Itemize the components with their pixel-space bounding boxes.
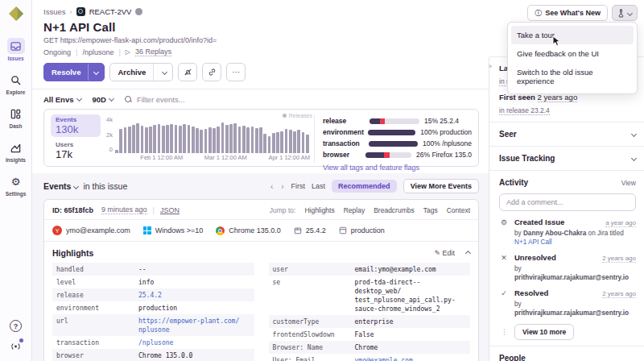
chart-bar[interactable] — [204, 129, 208, 153]
highlight-value[interactable]: https://empower-plant.com/ nplusone — [138, 317, 239, 334]
mute-button[interactable] — [178, 63, 197, 81]
filter-events-input[interactable]: Filter events... — [137, 95, 185, 104]
chart-bar[interactable] — [255, 128, 258, 153]
chart-bar[interactable] — [293, 131, 296, 154]
chart-bar[interactable] — [158, 124, 161, 153]
menu-item[interactable]: Switch to the old issue experience — [511, 63, 634, 90]
chart-bar[interactable] — [124, 127, 127, 153]
experience-menu-button[interactable] — [612, 5, 638, 21]
search-filter[interactable]: Filter events... — [125, 95, 185, 104]
chart-bar[interactable] — [276, 132, 279, 153]
view-all-tags-link[interactable]: View all tags and feature flags — [323, 164, 472, 172]
edit-highlights-button[interactable]: ✎ Edit — [434, 249, 455, 257]
jump-link-replay[interactable]: Replay — [344, 206, 365, 214]
chart-bar[interactable] — [208, 127, 212, 153]
whats-new-button[interactable]: ⓘ See What's New — [527, 5, 608, 21]
events-dropdown[interactable]: Events — [43, 181, 71, 191]
sidebar-item-dash[interactable]: Dash — [7, 106, 25, 129]
chart-bar[interactable] — [217, 127, 220, 153]
first-seen-release[interactable]: in release 23.2.4 — [499, 106, 550, 115]
jump-link-highlights[interactable]: Highlights — [304, 206, 334, 214]
chart-bar[interactable] — [221, 122, 225, 154]
chart-bar[interactable] — [115, 150, 118, 153]
chart-bar[interactable] — [149, 127, 152, 153]
chart-bar[interactable] — [188, 125, 191, 153]
chart-bar[interactable] — [289, 130, 292, 153]
comment-input[interactable]: Add a comment... — [499, 193, 636, 211]
jump-link-breadcrumbs[interactable]: Breadcrumbs — [374, 206, 415, 214]
chart-bar[interactable] — [246, 127, 250, 153]
recommended-toggle[interactable]: Recommended — [332, 180, 397, 193]
replays-link[interactable]: 36 Replays — [135, 48, 171, 56]
events-stat[interactable]: Events 130k — [51, 114, 101, 137]
chart-bar[interactable] — [132, 125, 135, 153]
chart-bar[interactable] — [196, 128, 199, 153]
breadcrumb-project[interactable]: REACT-2VV — [89, 7, 132, 16]
archive-dropdown[interactable] — [153, 64, 172, 81]
menu-item[interactable]: Give feedback on the UI — [511, 44, 634, 63]
view-more-activity-button[interactable]: View 10 more — [514, 324, 574, 340]
last-event-button[interactable]: Last — [312, 182, 325, 190]
menu-item[interactable]: Take a tour — [511, 26, 634, 44]
chart-bar[interactable] — [128, 127, 131, 153]
chart-bar[interactable] — [272, 133, 275, 153]
chart-bar[interactable] — [259, 127, 262, 153]
chart-bar[interactable] — [229, 124, 233, 153]
sidebar-item-explore[interactable]: Explore — [6, 72, 26, 95]
tag-row[interactable]: browser26% Firefox 135.0 — [323, 150, 472, 160]
chart-bar[interactable] — [166, 125, 169, 153]
highlight-value[interactable]: ymo@example.com — [355, 356, 413, 361]
chart-bar[interactable] — [145, 127, 148, 153]
highlight-value[interactable]: /nplusone — [138, 338, 173, 347]
archive-button[interactable]: Archive — [109, 63, 173, 81]
event-time[interactable]: 9 minutes ago — [101, 205, 147, 214]
os-chip[interactable]: Windows >=10 — [143, 226, 204, 234]
chart-bar[interactable] — [162, 126, 165, 153]
date-range-filter[interactable]: 90D — [93, 95, 114, 104]
json-link[interactable]: JSON — [160, 206, 180, 214]
activity-issue-link[interactable]: N+1 API Call — [514, 239, 552, 246]
jump-link-tags[interactable]: Tags — [423, 206, 438, 214]
chart-bar[interactable] — [141, 126, 144, 153]
sidebar-item-issues[interactable]: Issues — [7, 38, 25, 61]
chart-bar[interactable] — [268, 136, 271, 153]
prev-event-button[interactable]: ‹ — [270, 182, 274, 191]
chart-bar[interactable] — [136, 123, 139, 153]
sidebar-item-insights[interactable]: Insights — [6, 139, 26, 163]
chart-bar[interactable] — [225, 125, 229, 153]
chart-bar[interactable] — [238, 127, 242, 153]
chart-bar[interactable] — [170, 124, 173, 153]
breadcrumb-issues[interactable]: Issues — [43, 7, 65, 16]
broadcast-icon[interactable] — [10, 340, 22, 355]
view-more-events-button[interactable]: View More Events — [403, 179, 479, 193]
link-button[interactable] — [202, 63, 221, 81]
tag-row[interactable]: release15% 25.2.4 — [323, 116, 472, 126]
chart-bar[interactable] — [175, 125, 178, 153]
chart-bar[interactable] — [233, 123, 237, 153]
chart-bar[interactable] — [302, 132, 305, 153]
resolve-dropdown[interactable] — [88, 64, 104, 81]
chart-bar[interactable] — [192, 127, 195, 153]
next-event-button[interactable]: › — [280, 182, 284, 191]
collapse-highlights-icon[interactable] — [465, 250, 471, 255]
resolve-button[interactable]: Resolve — [43, 63, 105, 81]
chart-bar[interactable] — [242, 126, 246, 153]
first-event-button[interactable]: First — [291, 182, 306, 190]
sidebar-item-settings[interactable]: ⚙ Settings — [6, 173, 27, 197]
chart-bar[interactable] — [153, 125, 156, 153]
jump-link-context[interactable]: Context — [447, 206, 470, 214]
release-chip[interactable]: 25.4.2 — [294, 226, 326, 234]
issue-tracking-section-toggle[interactable]: Issue Tracking — [499, 152, 636, 164]
browser-chip[interactable]: Chrome 135.0.0 — [216, 226, 281, 235]
user-chip[interactable]: Y ymo@example.com — [52, 226, 130, 235]
seer-section-toggle[interactable]: Seer — [499, 128, 636, 140]
chart-bar[interactable] — [285, 129, 288, 153]
chart-bar[interactable] — [119, 129, 122, 153]
tag-row[interactable]: environment100% production — [323, 127, 472, 137]
help-icon[interactable]: ? — [10, 320, 22, 332]
highlight-value[interactable]: 25.4.2 — [138, 291, 162, 300]
chart-bar[interactable] — [213, 128, 216, 153]
more-button[interactable]: ··· — [226, 63, 246, 81]
chart-bar[interactable] — [297, 130, 300, 153]
chart-bar[interactable] — [183, 124, 186, 153]
